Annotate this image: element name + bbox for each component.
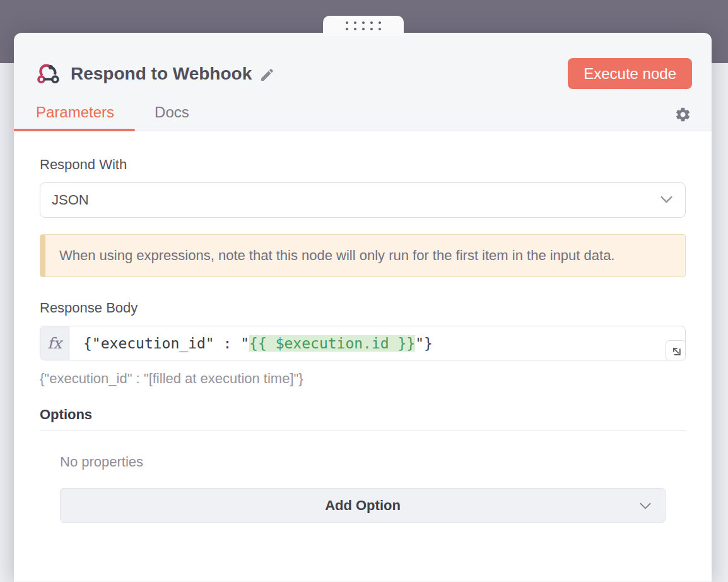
response-body-expression-field[interactable]: fx {"execution_id" : "{{ $execution.id }…	[40, 326, 686, 360]
tab-docs[interactable]: Docs	[155, 104, 189, 131]
notice-accent-bar	[40, 235, 45, 276]
response-body-label: Response Body	[40, 300, 686, 316]
expression-token: {{ $execution.id }}	[249, 335, 415, 352]
execute-node-button[interactable]: Execute node	[568, 58, 692, 89]
code-before: {"execution_id" : "	[83, 335, 249, 352]
parameters-panel: Respond With JSON When using expressions…	[14, 131, 712, 581]
notice-callout: When using expressions, note that this n…	[40, 234, 686, 277]
options-heading: Options	[40, 407, 686, 431]
tab-parameters[interactable]: Parameters	[36, 104, 114, 131]
drag-dots	[346, 21, 381, 24]
options-empty-text: No properties	[60, 454, 686, 470]
fx-badge: fx	[40, 326, 69, 360]
webhook-icon	[37, 62, 61, 85]
drag-dots	[346, 28, 381, 30]
add-option-button[interactable]: Add Option	[60, 488, 666, 523]
expression-preview: {"execution_id" : "[filled at execution …	[40, 371, 686, 387]
tab-bar: Parameters Docs	[14, 101, 712, 131]
modal-header: Respond to Webhook Execute node	[14, 33, 712, 89]
node-title: Respond to Webhook	[71, 64, 252, 84]
node-settings-modal: Respond to Webhook Execute node Paramete…	[14, 33, 712, 582]
modal-drag-handle[interactable]	[323, 16, 404, 36]
notice-text: When using expressions, note that this n…	[45, 235, 630, 276]
chevron-down-icon	[637, 497, 654, 518]
pencil-icon[interactable]	[259, 67, 275, 83]
expand-expression-icon[interactable]	[666, 340, 686, 360]
add-option-label: Add Option	[325, 497, 401, 514]
code-after: "}	[415, 335, 433, 352]
respond-with-label: Respond With	[40, 157, 686, 173]
gear-icon[interactable]	[674, 106, 691, 131]
expression-code[interactable]: {"execution_id" : "{{ $execution.id }}"}	[69, 326, 433, 360]
chevron-down-icon	[658, 191, 675, 210]
respond-with-select[interactable]: JSON	[40, 182, 686, 218]
respond-with-value: JSON	[52, 192, 89, 208]
